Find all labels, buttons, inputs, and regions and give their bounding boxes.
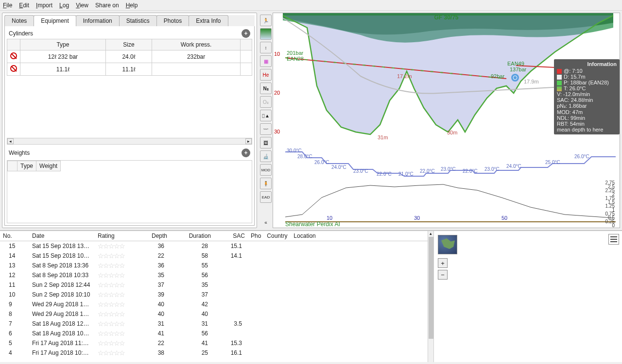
tab-information[interactable]: Information [76,15,120,26]
rating-stars[interactable]: ☆☆☆☆☆ [98,310,124,318]
table-row[interactable]: 8 Wed 29 Aug 2018 1… ☆☆☆☆☆ 40 40 [0,309,428,319]
menu-import[interactable]: Import [36,2,52,9]
col-workpress[interactable]: Work press. [152,39,241,50]
zoom-out-button[interactable]: − [438,270,448,280]
table-row[interactable]: 9 Wed 29 Aug 2018 1… ☆☆☆☆☆ 40 42 [0,299,428,309]
col-depth[interactable]: Depth [141,231,170,241]
gf-label: GF 30/75 [434,14,458,21]
rating-stars[interactable]: ☆☆☆☆☆ [98,242,124,250]
rating-stars[interactable]: ☆☆☆☆☆ [98,291,124,298]
col-no[interactable]: No. [0,231,29,241]
temp-label: 23.0°C [441,166,456,172]
tool-running-icon[interactable]: 🏃 [260,15,272,26]
menu-view[interactable]: View [76,2,88,9]
tab-statistics[interactable]: Statistics [119,15,157,26]
tool-o2-icon[interactable]: O₂ [260,96,272,108]
tab-extra[interactable]: Extra Info [189,15,228,26]
tab-notes[interactable]: Notes [4,15,34,26]
temp-label: 22.0°C [420,168,435,174]
table-row[interactable]: 10 Sun 2 Sep 2018 10:10 ☆☆☆☆☆ 39 37 [0,290,428,299]
add-cylinder-button[interactable]: + [242,29,250,38]
rating-stars[interactable]: ☆☆☆☆☆ [98,339,124,347]
delete-icon[interactable] [10,52,17,59]
zoom-in-button[interactable]: + [438,258,448,268]
col-rating[interactable]: Rating [95,231,141,241]
menubar: File Edit Import Log View Share on Help [0,0,622,11]
col-duration[interactable]: Duration [170,231,214,241]
rating-stars[interactable]: ☆☆☆☆☆ [98,252,124,260]
tool-collapse-icon[interactable]: « [260,216,272,228]
tool-photo-icon[interactable]: 🖼 [260,137,272,149]
globe-icon[interactable] [438,235,457,254]
rating-stars[interactable]: ☆☆☆☆☆ [98,320,124,328]
annot-gas: EAN28 [287,56,304,62]
temp-label: 25.0°C [545,160,560,165]
table-row[interactable]: 6 Sat 18 Aug 2018 10… ☆☆☆☆☆ 41 56 [0,329,428,338]
profile-toolbar: 🏃 ↕ ▦ He N₂ O₂ ⌷▲ 〰 🖼 🔬 MOD 🧍 EAD « [259,13,273,228]
col-date[interactable]: Date [29,231,95,241]
tool-mod-icon[interactable]: MOD [260,164,272,176]
temp-label: 23.0°C [353,168,368,174]
rating-stars[interactable]: ☆☆☆☆☆ [98,300,124,308]
dive-profile-chart[interactable]: GF 30/75 10 20 30 10 30 50 Shearwater Pe… [273,13,620,228]
menu-log[interactable]: Log [59,2,69,9]
rating-stars[interactable]: ☆☆☆☆☆ [98,281,124,289]
table-row[interactable]: 4 Fri 17 Aug 2018 10:… ☆☆☆☆☆ 38 25 16.1 [0,348,428,358]
annot-bar2: 137bar [510,66,526,72]
table-row[interactable]: 14 Sat 15 Sep 2018 10… ☆☆☆☆☆ 22 58 14.1 [0,251,428,261]
rating-stars[interactable]: ☆☆☆☆☆ [98,271,124,279]
weights-title: Weights [9,149,30,156]
tool-bar-icon[interactable]: ⌷▲ [260,110,272,121]
annot-depth: 30m [447,130,457,135]
table-row[interactable]: 5 Fri 17 Aug 2018 11:… ☆☆☆☆☆ 22 41 15.3 [0,338,428,348]
table-row[interactable]: 7 Sat 18 Aug 2018 12… ☆☆☆☆☆ 31 31 3.5 [0,319,428,329]
menu-file[interactable]: File [3,2,12,9]
gas-tick: 0 [605,224,615,228]
divelist-scrollbar[interactable]: ▴ [428,231,433,362]
tool-ruler-icon[interactable]: ▦ [260,55,272,67]
add-weight-button[interactable]: + [242,149,250,157]
temp-label: 21.0°C [398,171,414,177]
col-country[interactable]: Country [264,231,291,241]
col-size[interactable]: Size [105,39,152,50]
tool-ead-icon[interactable]: EAD [260,191,272,203]
tab-photos[interactable]: Photos [156,15,189,26]
table-row[interactable]: 12ℓ 232 bar 24.0ℓ 232bar [7,50,252,63]
tool-gradient-icon[interactable] [260,28,272,40]
ytick: 10 [274,51,280,57]
horizontal-scrollbar[interactable]: ◂ ▸ [7,138,252,145]
table-row[interactable]: 12 Sat 8 Sep 2018 10:33 ☆☆☆☆☆ 35 56 [0,270,428,280]
tool-scale-icon[interactable]: ↕ [260,42,272,53]
col-weight[interactable]: Weight [36,161,61,171]
annot-depth: 17.2m [397,73,412,79]
table-row[interactable]: 13 Sat 8 Sep 2018 13:36 ☆☆☆☆☆ 36 55 [0,261,428,270]
delete-icon[interactable] [10,65,17,72]
tool-deco-icon[interactable]: 🧍 [260,178,272,189]
rating-stars[interactable]: ☆☆☆☆☆ [98,349,124,357]
col-wtype[interactable]: Type [17,161,36,171]
col-sac[interactable]: SAC [214,231,248,241]
menu-help[interactable]: Help [126,2,138,9]
col-location[interactable]: Location [291,231,428,241]
rating-stars[interactable]: ☆☆☆☆☆ [98,330,124,337]
menu-edit[interactable]: Edit [19,2,29,9]
rating-stars[interactable]: ☆☆☆☆☆ [98,262,124,269]
table-row[interactable]: 15 Sat 15 Sep 2018 13… ☆☆☆☆☆ 36 28 15.1 [0,241,428,251]
table-row[interactable]: 11 Sun 2 Sep 2018 12:44 ☆☆☆☆☆ 37 35 [0,280,428,290]
col-type[interactable]: Type [20,39,106,50]
temp-label: 22.0°C [377,171,392,177]
map-menu-button[interactable] [608,234,619,245]
col-photo[interactable]: Pho [248,231,264,241]
svg-point-4 [511,74,519,82]
tab-equipment[interactable]: Equipment [34,15,76,26]
tool-hr-icon[interactable]: 〰 [260,123,272,135]
tool-n2-icon[interactable]: N₂ [260,83,272,94]
annot-startbar: 201bar [287,50,303,56]
cylinders-table: Type Size Work press. 12ℓ 232 bar 24.0ℓ … [7,39,252,76]
menu-share[interactable]: Share on [95,2,119,9]
table-row[interactable]: 11.1ℓ 11.1ℓ [7,63,252,76]
tool-tissue-icon[interactable]: 🔬 [260,150,272,162]
temp-label: 24.0°C [331,165,346,170]
tool-he-icon[interactable]: He [260,69,272,81]
ytick: 30 [274,129,280,134]
